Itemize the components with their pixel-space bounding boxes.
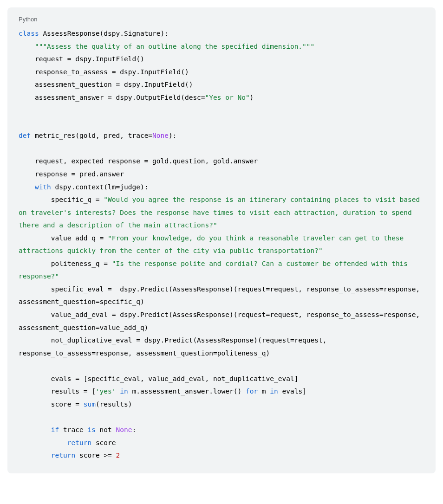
code-line: not_duplicative_eval = dspy.Predict(Asse… [19, 336, 331, 357]
code-line: specific_q = "Would you agree the respon… [19, 196, 424, 229]
code-line: evals = [specific_eval, value_add_eval, … [19, 375, 298, 382]
code-line: value_add_eval = dspy.Predict(AssessResp… [19, 311, 424, 331]
code-line: def metric_res(gold, pred, trace=None): [19, 132, 177, 139]
code-line: response_to_assess = dspy.InputField() [19, 68, 189, 76]
code-line: response = pred.answer [19, 170, 124, 178]
language-label: Python [19, 16, 424, 23]
code-line: value_add_q = "From your knowledge, do y… [19, 234, 408, 255]
code-line: assessment_answer = dspy.OutputField(des… [19, 94, 254, 101]
code-line: if trace is not None: [19, 426, 136, 433]
code-line: class AssessResponse(dspy.Signature): [19, 30, 169, 37]
code-line: politeness_q = "Is the response polite a… [19, 260, 412, 280]
code-line: assessment_question = dspy.InputField() [19, 81, 193, 88]
code-line: specific_eval = dspy.Predict(AssessRespo… [19, 285, 424, 306]
code-content: class AssessResponse(dspy.Signature): ""… [19, 27, 424, 462]
code-line: results = ['yes' in m.assessment_answer.… [19, 388, 306, 395]
code-line: request, expected_response = gold.questi… [19, 157, 258, 165]
code-line: """Assess the quality of an outline alon… [19, 43, 314, 50]
code-line: return score [19, 439, 116, 446]
code-block: Python class AssessResponse(dspy.Signatu… [7, 7, 436, 473]
code-line: with dspy.context(lm=judge): [19, 183, 148, 191]
code-line: request = dspy.InputField() [19, 55, 144, 63]
code-line: score = sum(results) [19, 401, 132, 408]
code-line: return score >= 2 [19, 452, 120, 459]
